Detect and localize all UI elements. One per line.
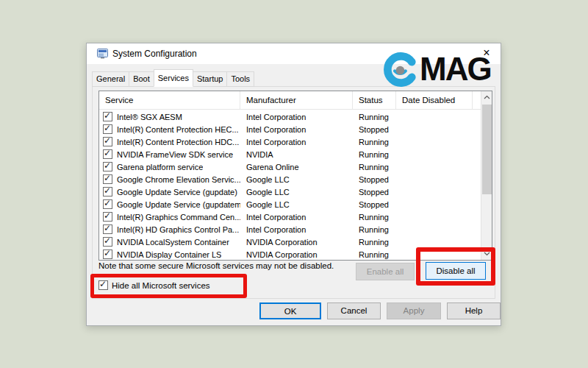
tab-startup[interactable]: Startup	[193, 71, 227, 87]
table-header: ServiceManufacturerStatusDate Disabled	[99, 91, 481, 110]
scroll-up-icon[interactable]	[481, 91, 492, 103]
service-checkbox[interactable]	[103, 237, 112, 247]
status-cell: Running	[353, 225, 396, 234]
service-checkbox[interactable]	[103, 112, 112, 121]
cancel-button[interactable]: Cancel	[327, 302, 381, 319]
close-icon[interactable]: ×	[477, 45, 496, 61]
service-checkbox[interactable]	[103, 137, 112, 146]
table-row[interactable]: Garena platform serviceGarena OnlineRunn…	[99, 160, 481, 173]
table-row[interactable]: NVIDIA Display Container LSNVIDIA Corpor…	[99, 248, 481, 260]
msconfig-icon	[97, 49, 108, 59]
manufacturer-cell: Google LLC	[240, 188, 353, 197]
hide-microsoft-services-label: Hide all Microsoft services	[112, 281, 210, 290]
table-row[interactable]: Intel(R) Content Protection HEC...Intel …	[99, 123, 481, 135]
apply-button: Apply	[387, 302, 441, 319]
hide-microsoft-services-checkbox[interactable]	[98, 280, 108, 290]
service-name: NVIDIA Display Container LS	[117, 250, 221, 259]
table-row[interactable]: Intel(R) HD Graphics Control Pa...Intel …	[99, 223, 481, 236]
status-cell: Stopped	[353, 125, 396, 134]
system-configuration-dialog: System Configuration × GeneralBootServic…	[86, 43, 501, 326]
status-cell: Running	[353, 238, 396, 247]
manufacturer-cell: NVIDIA	[240, 150, 353, 159]
status-cell: Running	[353, 138, 396, 146]
manufacturer-cell: Garena Online	[240, 163, 353, 171]
service-name: Google Update Service (gupdate)	[117, 188, 237, 197]
service-checkbox[interactable]	[103, 187, 112, 197]
status-cell: Running	[353, 250, 396, 259]
scrollbar-thumb[interactable]	[482, 105, 492, 194]
service-cell: Intel(R) Content Protection HDC...	[99, 137, 240, 146]
enable-all-button: Enable all	[356, 263, 415, 280]
service-name: Garena platform service	[117, 163, 203, 171]
service-checkbox[interactable]	[103, 149, 112, 159]
table-row[interactable]: NVIDIA LocalSystem ContainerNVIDIA Corpo…	[99, 236, 481, 248]
status-cell: Stopped	[353, 200, 396, 209]
table-row[interactable]: Intel(R) Graphics Command Cen...Intel Co…	[99, 210, 481, 223]
status-cell: Running	[353, 150, 396, 159]
title-bar[interactable]: System Configuration ×	[87, 43, 501, 64]
service-name: Intel(R) Content Protection HEC...	[117, 125, 239, 134]
service-cell: NVIDIA FrameView SDK service	[99, 149, 240, 159]
status-cell: Running	[353, 213, 396, 222]
scroll-down-icon[interactable]	[481, 248, 492, 260]
service-checkbox[interactable]	[103, 174, 112, 184]
tab-general[interactable]: General	[92, 71, 129, 87]
service-checkbox[interactable]	[103, 224, 112, 234]
service-name: Intel® SGX AESM	[117, 113, 182, 121]
column-header-service[interactable]: Service	[99, 91, 240, 109]
note-text: Note that some secure Microsoft services…	[98, 261, 334, 270]
manufacturer-cell: Intel Corporation	[240, 138, 353, 146]
column-header-status[interactable]: Status	[353, 91, 396, 109]
manufacturer-cell: NVIDIA Corporation	[240, 250, 353, 259]
table-row[interactable]: Google Update Service (gupdate)Google LL…	[99, 185, 481, 198]
service-name: Intel(R) Content Protection HDC...	[117, 138, 239, 146]
status-cell: Stopped	[353, 175, 396, 184]
table-row[interactable]: Google Chrome Elevation Servic...Google …	[99, 173, 481, 185]
table-row[interactable]: NVIDIA FrameView SDK serviceNVIDIARunnin…	[99, 148, 481, 160]
manufacturer-cell: Intel Corporation	[240, 225, 353, 234]
service-checkbox[interactable]	[103, 250, 112, 259]
service-cell: NVIDIA LocalSystem Container	[99, 237, 240, 247]
service-name: Google Update Service (gupdatem)	[117, 200, 240, 209]
service-cell: Garena platform service	[99, 162, 240, 171]
tab-tools[interactable]: Tools	[226, 71, 254, 87]
service-cell: Google Chrome Elevation Servic...	[99, 174, 240, 184]
service-cell: Intel(R) Content Protection HEC...	[99, 124, 240, 134]
tab-boot[interactable]: Boot	[129, 71, 154, 87]
manufacturer-cell: Google LLC	[240, 200, 353, 209]
service-name: Google Chrome Elevation Servic...	[117, 175, 240, 184]
status-cell: Stopped	[353, 188, 396, 197]
manufacturer-cell: Google LLC	[240, 175, 353, 184]
vertical-scrollbar[interactable]	[481, 91, 492, 260]
disable-all-button[interactable]: Disable all	[426, 262, 486, 280]
tab-strip: GeneralBootServicesStartupTools	[92, 71, 254, 87]
status-cell: Running	[353, 113, 396, 121]
table-row[interactable]: Intel(R) Content Protection HDC...Intel …	[99, 135, 481, 148]
service-name: NVIDIA FrameView SDK service	[117, 150, 233, 159]
tab-services[interactable]: Services	[154, 69, 193, 87]
service-checkbox[interactable]	[103, 212, 112, 222]
service-cell: Google Update Service (gupdatem)	[99, 199, 240, 209]
service-cell: NVIDIA Display Container LS	[99, 250, 240, 259]
ok-button[interactable]: OK	[259, 302, 321, 319]
service-checkbox[interactable]	[103, 199, 112, 209]
column-header-filler	[473, 91, 481, 109]
desktop: System Configuration × GeneralBootServic…	[0, 0, 588, 368]
manufacturer-cell: Intel Corporation	[240, 213, 353, 222]
service-cell: Intel® SGX AESM	[99, 112, 240, 121]
window-title: System Configuration	[112, 43, 197, 64]
manufacturer-cell: NVIDIA Corporation	[240, 238, 353, 247]
hide-microsoft-services-row: Hide all Microsoft services	[98, 280, 210, 290]
service-cell: Intel(R) Graphics Command Cen...	[99, 212, 240, 222]
manufacturer-cell: Intel Corporation	[240, 125, 353, 134]
manufacturer-cell: Intel Corporation	[240, 113, 353, 121]
service-checkbox[interactable]	[103, 124, 112, 134]
services-table-body: Intel® SGX AESMIntel CorporationRunningI…	[99, 110, 481, 260]
help-button[interactable]: Help	[447, 302, 501, 319]
table-row[interactable]: Intel® SGX AESMIntel CorporationRunning	[99, 110, 481, 123]
service-name: NVIDIA LocalSystem Container	[117, 238, 229, 247]
table-row[interactable]: Google Update Service (gupdatem)Google L…	[99, 198, 481, 210]
column-header-date-disabled[interactable]: Date Disabled	[396, 91, 473, 109]
column-header-manufacturer[interactable]: Manufacturer	[240, 91, 353, 109]
service-checkbox[interactable]	[103, 162, 112, 171]
